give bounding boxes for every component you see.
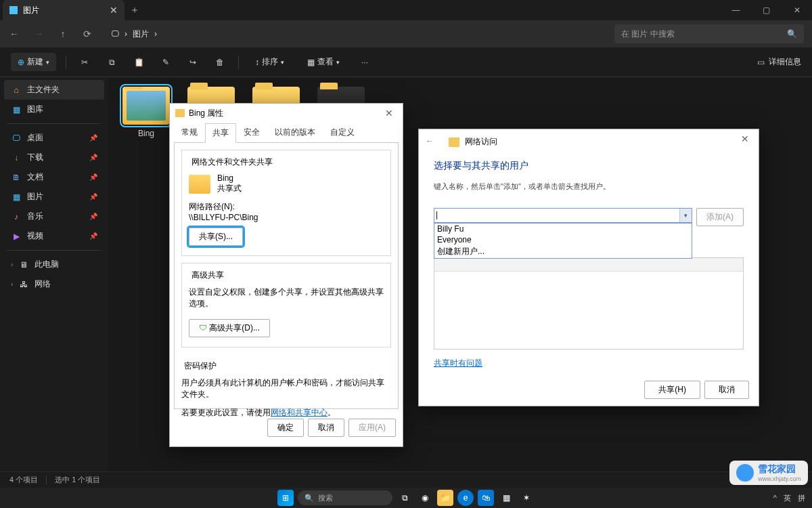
share-folder-name: Bing (217, 173, 242, 183)
trouble-link[interactable]: 共享时有问题 (434, 358, 482, 368)
sidebar-item-thispc[interactable]: ›🖥此电脑 (4, 255, 104, 274)
user-combobox[interactable]: | ▾ Billy Fu Everyone 创建新用户... (434, 208, 692, 223)
start-button[interactable]: ⊞ (277, 490, 294, 506)
tab-previous[interactable]: 以前的版本 (267, 123, 323, 142)
folder-bing[interactable]: Bing (120, 87, 172, 138)
address-bar[interactable]: 🖵 › 图片 › (111, 28, 157, 40)
app-icon[interactable]: ✶ (518, 490, 535, 506)
cut-icon[interactable]: ✂ (76, 54, 93, 71)
apply-button[interactable]: 应用(A) (348, 419, 396, 437)
more-icon[interactable]: ··· (356, 54, 374, 71)
network-center-link[interactable]: 网络和共享中心 (271, 408, 328, 417)
ime-lang[interactable]: 英 (784, 493, 791, 503)
folder-label: Bing (120, 129, 172, 138)
tab-share[interactable]: 共享 (205, 123, 236, 143)
refresh-button[interactable]: ⟳ (81, 28, 93, 39)
share-users-list[interactable] (434, 257, 744, 350)
dropdown-option[interactable]: Billy Fu (434, 224, 692, 234)
app-icon[interactable]: ▦ (498, 490, 514, 506)
new-button[interactable]: ⊕新建▾ (11, 53, 56, 71)
search-input[interactable]: 在 图片 中搜索 🔍 (614, 24, 804, 43)
breadcrumb[interactable]: 图片 (133, 28, 149, 40)
pwd-desc1: 用户必须具有此计算机的用户帐户和密码，才能访问共享文件夹。 (181, 377, 384, 400)
navbar: ← → ↑ ⟳ 🖵 › 图片 › 在 图片 中搜索 🔍 (0, 20, 812, 47)
chevron-right-icon: › (154, 29, 157, 39)
network-folder-icon (449, 137, 459, 147)
sidebar-item-network[interactable]: ›🖧网络 (4, 274, 104, 294)
advanced-share-button[interactable]: 🛡 高级共享(D)... (189, 319, 270, 337)
folder-icon (175, 109, 185, 117)
view-button[interactable]: ▦ 查看 ▾ (300, 53, 346, 71)
forward-button[interactable]: → (32, 28, 45, 39)
sort-button[interactable]: ↕ 排序 ▾ (248, 53, 291, 71)
cancel-button[interactable]: 取消 (308, 419, 344, 437)
minimize-button[interactable]: — (721, 0, 751, 20)
toolbar: ⊕新建▾ ✂ ⧉ 📋 ✎ ↪ 🗑 ↕ 排序 ▾ ▦ 查看 ▾ ··· ▭ 详细信… (0, 47, 812, 77)
sidebar-item-gallery[interactable]: ▦图库 (4, 100, 104, 119)
chevron-down-icon[interactable]: ▾ (679, 209, 692, 222)
search-placeholder: 在 图片 中搜索 (621, 28, 675, 40)
sidebar-item-pictures[interactable]: ▦图片📌 (4, 187, 104, 207)
user-dropdown: Billy Fu Everyone 创建新用户... (434, 223, 692, 259)
folder-icon (189, 175, 210, 194)
details-button[interactable]: ▭ 详细信息 (757, 56, 801, 68)
snowflake-icon (736, 464, 754, 482)
dialog-title: Bing 属性 (189, 108, 223, 119)
ok-button[interactable]: 确定 (267, 419, 304, 437)
edge-icon[interactable]: e (457, 490, 474, 506)
network-share-section: 网络文件和文件夹共享 Bing 共享式 网络路径(N): \\BILLYFU-P… (181, 150, 391, 256)
tab-pictures[interactable]: 图片 ✕ (3, 0, 125, 20)
delete-icon[interactable]: 🗑 (211, 54, 229, 71)
tab-general[interactable]: 常规 (174, 123, 205, 142)
dropdown-option[interactable]: Everyone (434, 234, 692, 245)
close-icon[interactable]: ✕ (381, 108, 397, 119)
titlebar: 图片 ✕ ＋ — ▢ ✕ (0, 0, 812, 20)
statusbar: 4 个项目 选中 1 个项目 ☰ ▦ (0, 471, 812, 488)
back-button[interactable]: ← (8, 28, 20, 39)
pictures-icon (9, 6, 18, 14)
sidebar-item-videos[interactable]: ▶视频📌 (4, 226, 104, 246)
chevron-right-icon: › (125, 29, 127, 39)
up-button[interactable]: ↑ (57, 28, 69, 39)
tab-close-icon[interactable]: ✕ (110, 5, 118, 16)
cancel-button[interactable]: 取消 (704, 381, 749, 399)
ime-mode[interactable]: 拼 (798, 493, 805, 503)
sidebar-item-desktop[interactable]: 🖵桌面📌 (4, 128, 104, 148)
share-icon[interactable]: ↪ (184, 54, 202, 71)
close-button[interactable]: ✕ (782, 0, 812, 20)
tray-chevron-icon[interactable]: ^ (773, 494, 777, 502)
store-icon[interactable]: 🛍 (478, 490, 494, 506)
back-icon[interactable]: ← (426, 136, 434, 146)
share-status: 共享式 (217, 183, 242, 194)
watermark: 雪花家园 www.xhjaty.com (729, 461, 808, 485)
dropdown-option[interactable]: 创建新用户... (434, 245, 692, 258)
paste-icon[interactable]: 📋 (130, 54, 148, 71)
rename-icon[interactable]: ✎ (157, 54, 175, 71)
close-icon[interactable]: ✕ (737, 133, 753, 144)
task-view-icon[interactable]: ⧉ (397, 490, 413, 506)
maximize-button[interactable]: ▢ (751, 0, 782, 20)
tab-security[interactable]: 安全 (236, 123, 267, 142)
advanced-desc: 设置自定义权限，创建多个共享，并设置其他高级共享选项。 (189, 287, 384, 310)
tab-custom[interactable]: 自定义 (323, 123, 362, 142)
dialog-heading: 选择要与其共享的用户 (434, 160, 744, 172)
new-tab-button[interactable]: ＋ (125, 4, 145, 16)
sidebar-item-music[interactable]: ♪音乐📌 (4, 207, 104, 226)
network-path: \\BILLYFU-PC\Bing (189, 213, 384, 222)
explorer-icon[interactable]: 📁 (437, 490, 453, 506)
taskbar-search[interactable]: 🔍 搜索 (298, 490, 392, 505)
widgets-icon[interactable]: ◉ (417, 490, 433, 506)
copy-icon[interactable]: ⧉ (103, 54, 120, 71)
sidebar-item-home[interactable]: ⌂主文件夹 (4, 80, 104, 100)
share-button[interactable]: 共享(S)... (189, 228, 243, 246)
share-confirm-button[interactable]: 共享(H) (644, 381, 700, 399)
monitor-icon: 🖵 (111, 29, 119, 39)
dialog-titlebar[interactable]: Bing 属性 ✕ (170, 104, 403, 123)
sidebar-item-documents[interactable]: 🗎文档📌 (4, 167, 104, 187)
advanced-share-section: 高级共享 设置自定义权限，创建多个共享，并设置其他高级共享选项。 🛡 高级共享(… (181, 263, 391, 347)
add-button[interactable]: 添加(A) (696, 208, 744, 226)
sidebar-item-downloads[interactable]: ↓下载📌 (4, 148, 104, 167)
list-header (434, 258, 743, 272)
network-access-dialog: ← ✕ 网络访问 选择要与其共享的用户 键入名称，然后单击"添加"，或者单击箭头… (418, 129, 759, 406)
properties-tabs: 常规 共享 安全 以前的版本 自定义 (170, 123, 403, 142)
